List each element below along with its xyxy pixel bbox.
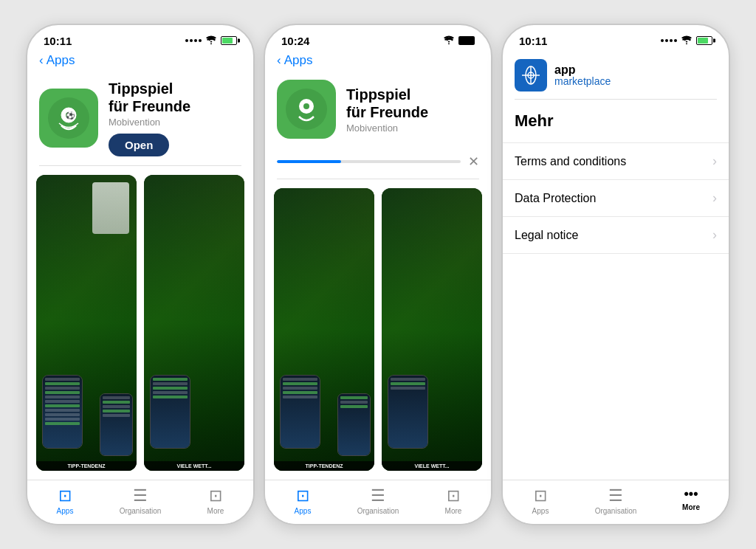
phone-3: 10:11 [501, 24, 730, 525]
screenshot-2-1: TIPP-TENDENZ [274, 188, 374, 471]
tab-apps-2[interactable]: ⊡ Apps [265, 486, 340, 515]
status-bar-3: 10:11 [503, 25, 729, 52]
phone-mockup-left [42, 375, 83, 449]
back-label-1: Apps [47, 53, 75, 68]
battery-icon-2 [458, 36, 475, 45]
org-tab-icon-3: ☰ [608, 486, 623, 505]
tab-org-label-2: Organisation [357, 507, 399, 515]
tab-apps-3[interactable]: ⊡ Apps [503, 486, 578, 515]
phone-mockup-right [100, 393, 133, 456]
status-bar-2: 10:24 [265, 25, 491, 52]
status-icons-2 [443, 34, 475, 47]
tab-apps-label-1: Apps [57, 507, 74, 515]
menu-item-legal[interactable]: Legal notice › [503, 217, 729, 254]
marketplace-logo [515, 59, 547, 92]
app-info-2: Tippspiel für Freunde Mobivention [346, 86, 479, 134]
back-label-2: Apps [284, 53, 313, 68]
battery-fill-3 [698, 38, 708, 44]
athlete-silhouette [92, 182, 129, 234]
nav-back-2[interactable]: ‹ Apps [265, 52, 491, 74]
screenshot-container-2: TIPP-TENDENZ VIELE WETT... [265, 179, 491, 480]
more-tab-icon-1: ⊡ [209, 486, 222, 505]
svg-text:⚽: ⚽ [66, 111, 75, 120]
app-header-2: Tippspiel für Freunde Mobivention [265, 74, 491, 148]
phone-mockup-2-left2 [388, 375, 428, 449]
nav-back-1[interactable]: ‹ Apps [27, 52, 253, 74]
menu-item-data-label: Data Protection [515, 192, 596, 205]
signal-icon-3 [661, 39, 677, 42]
status-icons-1 [185, 34, 237, 47]
progress-wrap: ✕ [265, 148, 491, 179]
tab-org-3[interactable]: ☰ Organisation [578, 486, 653, 515]
progress-fill [277, 160, 341, 163]
app-header-1: ⚽ Tippspiel für Freunde Mobivention Open [27, 74, 253, 165]
screenshots-2: TIPP-TENDENZ VIELE WETT... [265, 179, 491, 480]
phone-mockup-2-left [280, 375, 320, 449]
wifi-icon-3 [681, 34, 693, 47]
app-icon-1: ⚽ [39, 89, 98, 148]
tab-org-2[interactable]: ☰ Organisation [340, 486, 416, 515]
caption-1: TIPP-TENDENZ [36, 461, 137, 471]
phone-mockup-left-2 [150, 375, 190, 449]
chevron-data-icon: › [712, 190, 717, 206]
tab-bar-3: ⊡ Apps ☰ Organisation ••• More [503, 480, 729, 524]
battery-fill-1 [222, 38, 233, 44]
status-icons-3 [661, 34, 712, 47]
tab-more-label-3: More [682, 503, 700, 511]
tab-org-label-3: Organisation [595, 507, 637, 515]
apps-tab-icon-2: ⊡ [296, 486, 309, 505]
menu-item-terms[interactable]: Terms and conditions › [503, 142, 729, 180]
marketplace-header: app marketplace [503, 52, 729, 99]
app-name-2: Tippspiel für Freunde [346, 86, 479, 121]
tab-apps-label-2: Apps [295, 507, 312, 515]
app-icon-2 [277, 80, 336, 139]
tab-more-label-2: More [445, 507, 462, 515]
mehr-title: Mehr [515, 111, 717, 131]
screenshot-2-2: VIELE WETT... [382, 188, 482, 471]
marketplace-brand: app marketplace [554, 63, 611, 88]
scene: 10:11 ‹ Apps [26, 24, 730, 525]
spacer-3 [503, 254, 729, 480]
caption-2: VIELE WETT... [144, 461, 244, 471]
tab-more-3[interactable]: ••• More [653, 486, 729, 515]
mehr-section: Mehr [503, 100, 729, 142]
tab-bar-1: ⊡ Apps ☰ Organisation ⊡ More [27, 480, 253, 524]
app-developer-2: Mobivention [346, 122, 479, 134]
org-tab-icon-2: ☰ [371, 486, 385, 505]
tab-more-1[interactable]: ⊡ More [178, 486, 253, 515]
app-info-1: Tippspiel für Freunde Mobivention Open [109, 80, 241, 156]
back-arrow-1: ‹ [39, 53, 44, 68]
cancel-download-button[interactable]: ✕ [468, 153, 479, 170]
chevron-legal-icon: › [712, 227, 717, 243]
more-tab-icon-2: ⊡ [447, 486, 460, 505]
signal-icon [185, 39, 202, 42]
brand-app: app [554, 63, 611, 77]
tab-apps-1[interactable]: ⊡ Apps [27, 486, 103, 515]
screenshots-1: TIPP-TENDENZ VIELE WETT... [27, 166, 253, 480]
tab-org-1[interactable]: ☰ Organisation [103, 486, 178, 515]
status-bar-1: 10:11 [27, 25, 253, 52]
org-tab-icon-1: ☰ [133, 486, 148, 505]
back-arrow-2: ‹ [277, 53, 281, 68]
battery-icon-3 [696, 36, 712, 45]
wifi-icon [205, 34, 217, 47]
phone-2: 10:24 ‹ Apps [264, 24, 492, 525]
progress-track [277, 160, 461, 163]
apps-tab-icon-1: ⊡ [58, 486, 72, 505]
status-time-1: 10:11 [44, 35, 72, 47]
tab-more-2[interactable]: ⊡ More [416, 486, 491, 515]
menu-list: Terms and conditions › Data Protection ›… [503, 142, 729, 254]
screenshot-2: VIELE WETT... [144, 175, 244, 471]
tab-apps-label-3: Apps [532, 507, 549, 515]
menu-item-terms-label: Terms and conditions [515, 155, 626, 168]
svg-point-6 [303, 103, 309, 109]
wifi-icon-2 [443, 34, 455, 47]
menu-item-legal-label: Legal notice [515, 229, 578, 242]
tab-more-label-1: More [207, 507, 224, 515]
open-button-1[interactable]: Open [109, 134, 169, 156]
chevron-terms-icon: › [712, 153, 717, 169]
brand-marketplace: marketplace [554, 76, 611, 87]
menu-item-data-protection[interactable]: Data Protection › [503, 180, 729, 217]
phone-1: 10:11 ‹ Apps [26, 24, 255, 525]
battery-icon-1 [221, 36, 237, 45]
